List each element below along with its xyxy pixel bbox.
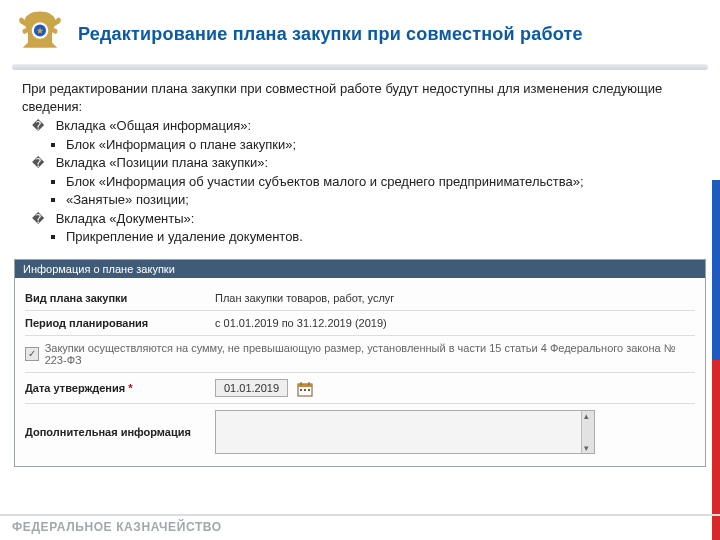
value-plan-type: План закупки товаров, работ, услуг: [215, 292, 394, 304]
row-plan-type: Вид плана закупки План закупки товаров, …: [25, 286, 695, 311]
bullet-tab3: Вкладка «Документы»:: [56, 211, 195, 226]
bullet-tab1-item: Блок «Информация о плане закупки»;: [66, 136, 698, 154]
row-approve-date: Дата утверждения * 01.01.2019: [25, 373, 695, 404]
bullet-tab1: Вкладка «Общая информация»:: [56, 118, 251, 133]
svg-rect-6: [300, 389, 302, 391]
notes-textarea[interactable]: [215, 410, 595, 454]
label-period: Период планирования: [25, 317, 215, 329]
checkbox-text: Закупки осуществляются на сумму, не прев…: [45, 342, 695, 366]
required-asterisk: *: [128, 382, 132, 394]
bullet-tab2: Вкладка «Позиции плана закупки»:: [56, 155, 268, 170]
row-period: Период планирования с 01.01.2019 по 31.1…: [25, 311, 695, 336]
value-period: с 01.01.2019 по 31.12.2019 (2019): [215, 317, 387, 329]
date-input[interactable]: 01.01.2019: [215, 379, 288, 397]
intro-text: При редактировании плана закупки при сов…: [22, 80, 698, 115]
emblem-icon: [14, 8, 66, 60]
checkbox-icon[interactable]: ✓: [25, 347, 39, 361]
label-plan-type: Вид плана закупки: [25, 292, 215, 304]
bullet-tab3-item: Прикрепление и удаление документов.: [66, 228, 698, 246]
row-notes: Дополнительная информация: [25, 404, 695, 460]
flag-stripe: [712, 0, 720, 540]
svg-rect-7: [304, 389, 306, 391]
footer-text: ФЕДЕРАЛЬНОЕ КАЗНАЧЕЙСТВО: [0, 514, 720, 540]
svg-rect-3: [298, 384, 312, 387]
page-title: Редактирование плана закупки при совмест…: [78, 24, 583, 45]
svg-rect-8: [308, 389, 310, 391]
panel-title: Информация о плане закупки: [15, 260, 705, 278]
scrollbar-icon[interactable]: [581, 411, 594, 453]
label-notes: Дополнительная информация: [25, 426, 215, 438]
info-panel: Информация о плане закупки Вид плана зак…: [14, 259, 706, 467]
body-text: При редактировании плана закупки при сов…: [0, 70, 720, 255]
bullet-tab2-item: Блок «Информация об участии субъектов ма…: [66, 173, 698, 191]
calendar-icon[interactable]: [297, 381, 313, 397]
slide-header: Редактирование плана закупки при совмест…: [0, 0, 720, 64]
bullet-tab2-item: «Занятые» позиции;: [66, 191, 698, 209]
label-approve-date: Дата утверждения: [25, 382, 125, 394]
row-checkbox: ✓ Закупки осуществляются на сумму, не пр…: [25, 336, 695, 373]
